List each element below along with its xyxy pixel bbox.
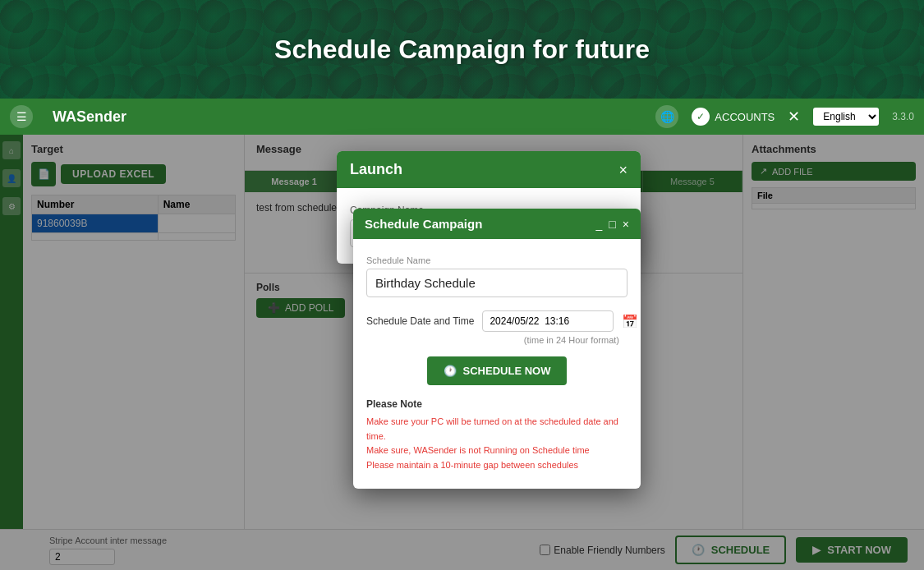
brand-name: WASender bbox=[53, 108, 126, 126]
schedule-modal-body: Schedule Name Birthday Schedule Schedule… bbox=[353, 239, 641, 489]
datetime-label: Schedule Date and Time bbox=[366, 315, 474, 327]
tools-icon[interactable]: ✕ bbox=[788, 108, 800, 126]
schedule-campaign-modal: Schedule Campaign _ □ × Schedule Name Bi… bbox=[353, 209, 641, 489]
main-area: ⌂ 👤 ⚙ Target 📄 UPLOAD EXCEL Number Name … bbox=[0, 135, 924, 570]
datetime-hint: (time in 24 Hour format) bbox=[366, 335, 619, 345]
navbar: ☰ WASender 🌐 ✓ ACCOUNTS ✕ English Spanis… bbox=[0, 99, 924, 135]
schedule-now-label: SCHEDULE NOW bbox=[463, 365, 551, 377]
accounts-label: ACCOUNTS bbox=[715, 111, 775, 123]
note-2: Make sure, WASender is not Running on Sc… bbox=[366, 444, 627, 458]
calendar-icon[interactable]: 📅 bbox=[622, 314, 638, 329]
hero-title: Schedule Campaign for future bbox=[274, 34, 650, 65]
schedule-now-button[interactable]: 🕐 SCHEDULE NOW bbox=[427, 356, 568, 385]
launch-modal-title: Launch bbox=[350, 161, 402, 178]
whatsapp-icon: ✓ bbox=[692, 108, 710, 126]
launch-modal-close-button[interactable]: × bbox=[618, 163, 627, 177]
schedule-name-value: Birthday Schedule bbox=[366, 269, 627, 297]
schedule-modal-header: Schedule Campaign _ □ × bbox=[353, 209, 641, 239]
launch-modal-header: Launch × bbox=[337, 151, 641, 188]
language-select[interactable]: English Spanish French bbox=[813, 108, 879, 126]
accounts-btn[interactable]: ✓ ACCOUNTS bbox=[692, 108, 775, 126]
note-3: Please maintain a 10-minute gap between … bbox=[366, 458, 627, 473]
window-controls: _ □ × bbox=[596, 218, 629, 231]
please-note-label: Please Note bbox=[366, 398, 627, 410]
schedule-now-icon: 🕐 bbox=[444, 365, 457, 377]
datetime-row: Schedule Date and Time 📅 bbox=[366, 310, 627, 332]
schedule-modal-title: Schedule Campaign bbox=[365, 217, 482, 231]
note-1: Make sure your PC will be turned on at t… bbox=[366, 415, 627, 444]
close-button[interactable]: × bbox=[623, 218, 629, 231]
maximize-button[interactable]: □ bbox=[609, 218, 615, 231]
note-text: Make sure your PC will be turned on at t… bbox=[366, 415, 627, 472]
hero-banner: Schedule Campaign for future bbox=[0, 0, 924, 99]
menu-icon[interactable]: ☰ bbox=[10, 105, 33, 128]
globe-icon[interactable]: 🌐 bbox=[655, 105, 678, 128]
datetime-input[interactable] bbox=[482, 310, 614, 332]
minimize-button[interactable]: _ bbox=[596, 218, 603, 231]
version-label: 3.3.0 bbox=[892, 111, 914, 122]
schedule-name-label: Schedule Name bbox=[366, 255, 627, 265]
